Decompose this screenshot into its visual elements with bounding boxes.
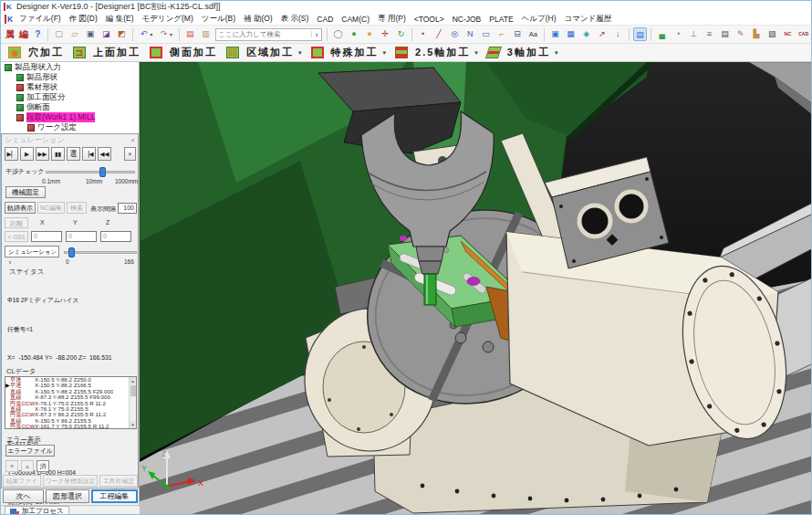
menu-modeling[interactable]: モデリング(M) xyxy=(142,14,193,25)
nc-edit-button[interactable]: NC編集 xyxy=(37,202,65,214)
undo-icon[interactable]: ↶ xyxy=(137,27,151,41)
trace-display-button[interactable]: 軌跡表示 xyxy=(5,202,36,214)
group-blue-icon[interactable]: ▣ xyxy=(548,27,562,41)
region-select-icon[interactable]: ◈ xyxy=(579,27,593,41)
g91-button[interactable]: < G91 xyxy=(5,231,28,242)
menu-help[interactable]: ヘルプ(H) xyxy=(522,14,557,25)
menu-tool-lib[interactable]: <TOOL> xyxy=(414,15,444,24)
group-grid-icon[interactable]: ▦ xyxy=(564,27,578,41)
import-model-icon[interactable]: ◪ xyxy=(99,27,113,41)
deburr-pen-icon[interactable]: ✎ xyxy=(734,27,747,41)
play-button[interactable]: ▶ xyxy=(20,147,34,161)
operation-list-icon[interactable]: ≡ xyxy=(703,27,716,41)
insert-below-icon[interactable]: ↓ xyxy=(611,27,625,41)
scroll-up-icon[interactable]: ▴ xyxy=(130,377,136,384)
tree-item-product-shape[interactable]: 製品形状 xyxy=(1,72,139,82)
sheet-stack-icon[interactable]: ▨ xyxy=(765,27,779,41)
distance-button[interactable]: 距離 xyxy=(5,217,28,228)
machine-bed-icon[interactable]: ▄ xyxy=(655,27,669,41)
rectangle-icon[interactable]: ▭ xyxy=(479,27,493,41)
nc-output-icon[interactable]: NC xyxy=(781,27,795,41)
axis-y-value[interactable]: 0 xyxy=(66,231,97,242)
menu-draw[interactable]: 作 図(D) xyxy=(69,14,98,25)
clip-section-icon[interactable]: ◩ xyxy=(115,27,129,41)
search-button[interactable]: 検索 xyxy=(67,202,87,214)
axis-z-value[interactable]: 0 xyxy=(100,231,131,242)
special-machining-button[interactable]: 特殊加工 ▾ xyxy=(311,46,387,59)
tree-item-work-settings[interactable]: ワーク設定 xyxy=(1,122,139,132)
circle-icon[interactable]: ◎ xyxy=(448,27,462,41)
menu-tools[interactable]: ツール(B) xyxy=(202,14,235,25)
redo-dropdown-icon[interactable]: ▾ xyxy=(170,31,176,37)
menu-edit[interactable]: 編 集(E) xyxy=(106,14,134,25)
text-icon[interactable]: Aa xyxy=(526,27,540,41)
save-icon[interactable]: ▣ xyxy=(83,27,97,41)
redo-icon[interactable]: ↷ xyxy=(157,27,171,41)
edit-mode-button[interactable]: 編 xyxy=(17,27,29,41)
process-edit-button[interactable]: 工程編集 xyxy=(91,489,138,503)
work-coordinate-button[interactable]: ワーク座標系設定 xyxy=(43,475,98,487)
pick-entity-icon[interactable]: ↗ xyxy=(595,27,609,41)
cl-data-list[interactable]: 早送X-150.5 Y-88.2 Z250.0 ▶早送X-150.5 Y-88.… xyxy=(5,376,137,429)
stamp-icon[interactable]: ▙ xyxy=(749,27,763,41)
display-interval-input[interactable]: 100 xyxy=(118,203,137,214)
result-file-button[interactable]: 結果ファイル xyxy=(3,475,41,487)
machine-lock-button[interactable]: 機械固定 xyxy=(5,186,46,198)
scrollbar-thumb[interactable] xyxy=(130,385,136,396)
interference-slider-thumb[interactable] xyxy=(99,167,106,177)
mode-select[interactable]: シミュレーション ∨ xyxy=(5,246,59,258)
cl-row[interactable]: 円弧CCWX-161.7 Y 75.0 Z155.5 R 11.2 xyxy=(5,424,136,429)
menu-assist[interactable]: 補 助(O) xyxy=(244,14,273,25)
new-file-icon[interactable]: ▢ xyxy=(52,27,66,41)
tree-item-product-shape-input[interactable]: 製品形状入力 xyxy=(1,62,139,72)
rewind-button[interactable]: ◀◀ xyxy=(98,147,111,161)
dimension-icon[interactable]: ⊟ xyxy=(510,27,524,41)
regenerate-icon[interactable]: ↻ xyxy=(394,27,408,41)
search-input[interactable] xyxy=(216,29,311,40)
menu-command-history[interactable]: コマンド履歴 xyxy=(564,14,611,25)
progress-slider[interactable] xyxy=(64,251,137,254)
tree-item-section[interactable]: 側断面 xyxy=(1,102,139,112)
step-forward-button[interactable]: ▶▏ xyxy=(5,147,18,161)
next-button[interactable]: 次へ xyxy=(3,489,44,503)
tree-item-setup-mill[interactable]: 段取(Work1 1) MILL xyxy=(1,112,139,122)
interference-slider[interactable] xyxy=(46,171,135,173)
tool-compensation-button[interactable]: 工具径補正設定 xyxy=(99,475,138,487)
tree-item-stock-shape[interactable]: 素材形状 xyxy=(1,82,139,92)
menu-cam[interactable]: CAM(C) xyxy=(341,15,370,24)
error-next-button[interactable]: ▲ xyxy=(21,460,34,472)
menu-app-icon[interactable]: K xyxy=(5,15,14,24)
shaded-view-icon[interactable]: ● xyxy=(347,27,360,41)
search-combo-icon[interactable]: ∨ xyxy=(311,31,321,37)
menu-cad[interactable]: CAD xyxy=(317,15,333,24)
nc-cad-icon[interactable]: CAD xyxy=(796,27,810,41)
menu-dedicated[interactable]: 専 用(P) xyxy=(378,14,406,25)
undo-dropdown-icon[interactable]: ▾ xyxy=(150,31,156,37)
axis3-machining-dropdown-icon[interactable]: ▾ xyxy=(555,49,558,57)
axis-x-value[interactable]: 0 xyxy=(31,231,62,242)
layer-panel-icon[interactable]: ▤ xyxy=(633,27,647,41)
area-machining-button[interactable]: 回 区域加工 ▾ xyxy=(226,46,302,59)
step-back-button[interactable]: ▕◀ xyxy=(82,147,96,161)
side-face-machining-button[interactable]: 側面加工 xyxy=(150,46,217,59)
axis3-machining-button[interactable]: 3軸加工 ▾ xyxy=(487,46,558,59)
error-clear-button[interactable]: 消 xyxy=(36,460,49,472)
area-machining-dropdown-icon[interactable]: ▾ xyxy=(298,49,302,57)
nc-document-icon[interactable]: ▤ xyxy=(718,27,732,41)
tool-post-icon[interactable]: ⊥ xyxy=(687,27,701,41)
fast-forward-button[interactable]: ▶▶ xyxy=(36,147,49,161)
progress-slider-thumb[interactable] xyxy=(68,247,75,258)
pan-hand-icon[interactable]: ● xyxy=(362,27,376,41)
menu-view[interactable]: 表 示(S) xyxy=(281,14,309,25)
wireframe-view-icon[interactable]: ◯ xyxy=(331,27,345,41)
error-file-button[interactable]: エラーファイル xyxy=(5,445,55,457)
copy-special-icon[interactable]: ▥ xyxy=(199,27,213,41)
hole-machining-button[interactable]: 穴加工 xyxy=(8,46,64,59)
spline-icon[interactable]: N xyxy=(463,27,477,41)
menu-nc-job[interactable]: NC-JOB xyxy=(453,15,482,24)
help-query-button[interactable]: ? xyxy=(32,27,44,41)
menu-file[interactable]: ファイル(F) xyxy=(19,14,61,25)
axis25-machining-button[interactable]: 2.5軸加工 ▾ xyxy=(395,46,478,59)
select-button[interactable]: 選 xyxy=(67,147,80,161)
point-icon[interactable]: • xyxy=(416,27,430,41)
